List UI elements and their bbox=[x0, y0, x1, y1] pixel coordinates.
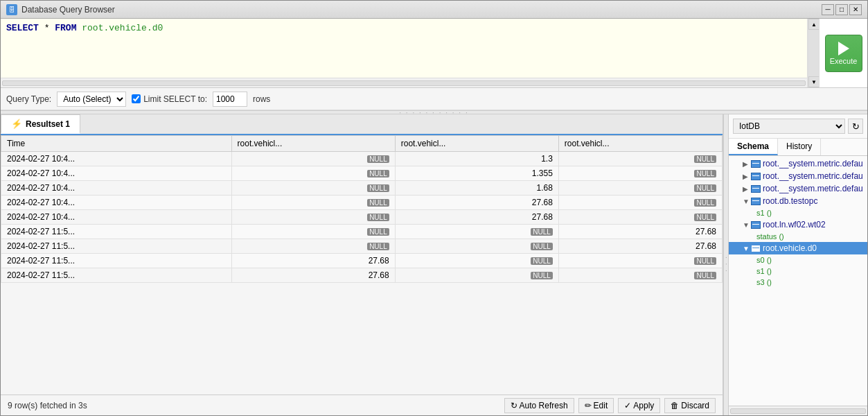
table-row: 2024-02-27 10:4...NULL27.68NULL bbox=[1, 210, 723, 225]
tree-item-s3[interactable]: s3 () bbox=[729, 277, 867, 288]
schema-history-tabs: Schema History bbox=[729, 139, 867, 156]
table-icon bbox=[751, 173, 761, 180]
cell-col1: 27.68 bbox=[231, 254, 395, 268]
null-badge: NULL bbox=[367, 155, 389, 163]
tree-item-sys2[interactable]: ▶root.__system.metric.defau bbox=[729, 170, 867, 182]
query-type-label: Query Type: bbox=[6, 94, 51, 104]
panel-splitter[interactable]: · · · bbox=[723, 114, 729, 415]
discard-button[interactable]: 🗑 Discard bbox=[664, 398, 716, 413]
tree-item-sys1[interactable]: ▶root.__system.metric.defau bbox=[729, 157, 867, 170]
table-row: 2024-02-27 11:5...NULLNULL27.68 bbox=[1, 239, 723, 254]
tree-item-label: root.ln.wf02.wt02 bbox=[763, 220, 826, 229]
db-select[interactable]: IotDB bbox=[733, 119, 845, 134]
edit-label: Edit bbox=[594, 401, 608, 410]
edit-button[interactable]: ✏ Edit bbox=[578, 398, 614, 413]
tree-item-sys3[interactable]: ▶root.__system.metric.defau bbox=[729, 182, 867, 195]
tree-item-db_test[interactable]: ▼root.db.testopc bbox=[729, 195, 867, 207]
cell-time: 2024-02-27 11:5... bbox=[1, 225, 232, 239]
cell-col1: NULL bbox=[231, 166, 395, 181]
null-badge: NULL bbox=[367, 199, 389, 207]
cell-time: 2024-02-27 10:4... bbox=[1, 181, 232, 196]
tree-item-label: root.__system.metric.defau bbox=[763, 159, 863, 168]
refresh-db-icon: ↻ bbox=[852, 121, 860, 132]
main-window: 🗄 Database Query Browser ─ □ ✕ SELECT * … bbox=[0, 0, 868, 416]
tree-item-vehicle_d0[interactable]: ▼root.vehicle.d0 bbox=[729, 242, 867, 254]
table-icon bbox=[751, 245, 761, 252]
status-text: 9 row(s) fetched in 3s bbox=[8, 401, 87, 410]
cell-time: 2024-02-27 10:4... bbox=[1, 210, 232, 225]
check-icon: ✓ bbox=[624, 401, 631, 410]
tree-scrollbar-bottom[interactable] bbox=[729, 406, 867, 415]
cell-col1: NULL bbox=[231, 181, 395, 196]
tab-history[interactable]: History bbox=[778, 139, 821, 155]
discard-label: Discard bbox=[681, 401, 709, 410]
scroll-down-btn[interactable]: ▼ bbox=[808, 76, 820, 87]
query-type-select[interactable]: Auto (Select) bbox=[57, 92, 126, 107]
auto-refresh-button[interactable]: ↻ Auto Refresh bbox=[504, 398, 574, 413]
null-badge: NULL bbox=[694, 257, 716, 265]
window-title: Database Query Browser bbox=[21, 5, 115, 15]
execute-button[interactable]: Execute bbox=[825, 35, 862, 72]
cell-col3: NULL bbox=[558, 166, 722, 181]
cell-col2: 27.68 bbox=[395, 210, 558, 225]
tree-sub-label: s1 () bbox=[754, 209, 772, 217]
results-table-container[interactable]: Time root.vehicl... root.vehicl... root.… bbox=[1, 135, 723, 395]
limit-input[interactable] bbox=[213, 92, 247, 107]
db-selector-row: IotDB ↻ bbox=[729, 114, 867, 139]
collapse-arrow-icon: ▶ bbox=[743, 185, 751, 193]
cell-col2: NULL bbox=[395, 268, 558, 283]
apply-label: Apply bbox=[633, 401, 654, 410]
tree-item-s1_test[interactable]: s1 () bbox=[729, 207, 867, 218]
db-refresh-button[interactable]: ↻ bbox=[848, 119, 863, 134]
tree-item-label: root.vehicle.d0 bbox=[763, 243, 817, 253]
tree-item-s0[interactable]: s0 () bbox=[729, 254, 867, 266]
cell-col3: NULL bbox=[558, 210, 722, 225]
tree-sub-label: s1 () bbox=[754, 267, 772, 275]
auto-refresh-label: Auto Refresh bbox=[520, 401, 568, 410]
window-controls: ─ □ ✕ bbox=[822, 4, 862, 15]
limit-label: Limit SELECT to: bbox=[143, 94, 207, 104]
tree-sub-label: s3 () bbox=[754, 278, 772, 286]
null-badge: NULL bbox=[694, 214, 716, 221]
null-badge: NULL bbox=[694, 155, 716, 163]
query-editor[interactable]: SELECT * FROM root.vehicle.d0 bbox=[1, 19, 807, 78]
play-icon bbox=[838, 42, 849, 55]
minimize-button[interactable]: ─ bbox=[822, 4, 834, 15]
limit-checkbox[interactable] bbox=[132, 94, 141, 103]
vertical-scrollbar-query[interactable]: ▲ ▼ bbox=[808, 19, 819, 87]
execute-label: Execute bbox=[830, 57, 858, 65]
cell-col1: NULL bbox=[231, 152, 395, 166]
apply-button[interactable]: ✓ Apply bbox=[618, 398, 660, 413]
limit-checkbox-label: Limit SELECT to: bbox=[132, 94, 207, 104]
tree-item-s1[interactable]: s1 () bbox=[729, 266, 867, 277]
table-icon bbox=[751, 221, 761, 229]
horizontal-scrollbar[interactable] bbox=[2, 80, 806, 86]
tree-item-status[interactable]: status () bbox=[729, 231, 867, 242]
cell-time: 2024-02-27 11:5... bbox=[1, 254, 232, 268]
table-icon bbox=[751, 160, 761, 168]
query-area: SELECT * FROM root.vehicle.d0 ▲ ▼ Execut… bbox=[1, 19, 867, 88]
close-button[interactable]: ✕ bbox=[849, 4, 862, 15]
maximize-button[interactable]: □ bbox=[835, 4, 848, 15]
null-badge: NULL bbox=[367, 243, 389, 250]
results-panel: ⚡ Resultset 1 Time root.vehicl... root.v… bbox=[1, 114, 723, 415]
tree-sub-label: status () bbox=[754, 232, 784, 241]
scroll-up-btn[interactable]: ▲ bbox=[808, 19, 820, 30]
title-bar: 🗄 Database Query Browser ─ □ ✕ bbox=[1, 1, 867, 19]
table-row: 2024-02-27 10:4...NULL1.3NULL bbox=[1, 152, 723, 166]
table-row: 2024-02-27 11:5...NULLNULL27.68 bbox=[1, 225, 723, 239]
cell-col2: 1.3 bbox=[395, 152, 558, 166]
null-badge: NULL bbox=[694, 272, 716, 279]
tab-schema[interactable]: Schema bbox=[729, 139, 778, 155]
cell-col1: NULL bbox=[231, 196, 395, 210]
table-row: 2024-02-27 11:5...27.68NULLNULL bbox=[1, 254, 723, 268]
col-header-c1: root.vehicl... bbox=[231, 136, 395, 152]
tree-item-label: root.db.testopc bbox=[763, 196, 817, 206]
table-icon bbox=[751, 185, 761, 193]
tab-resultset1[interactable]: ⚡ Resultset 1 bbox=[1, 114, 80, 134]
tree-item-ln_wt02[interactable]: ▼root.ln.wf02.wt02 bbox=[729, 218, 867, 231]
tree-sub-label: s0 () bbox=[754, 256, 772, 264]
cell-col3: NULL bbox=[558, 254, 722, 268]
trash-icon: 🗑 bbox=[671, 401, 679, 410]
expand-arrow-icon: ▼ bbox=[743, 245, 751, 252]
